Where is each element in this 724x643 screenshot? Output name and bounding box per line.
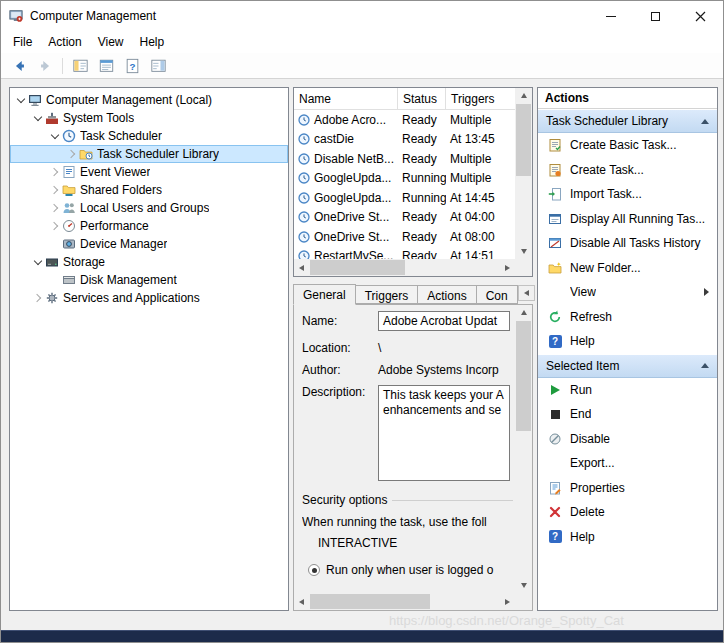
action-disable[interactable]: Disable [538,427,717,452]
tree-item-task-scheduler-library[interactable]: Task Scheduler Library [10,145,288,163]
close-icon [695,11,706,22]
arrow-left-icon [299,265,304,271]
scroll-down-button[interactable] [515,578,532,593]
menu-action[interactable]: Action [40,32,89,52]
chevron-down-icon[interactable] [33,112,45,124]
action-view[interactable]: View [538,280,717,305]
action-refresh[interactable]: Refresh [538,305,717,330]
table-row[interactable]: GoogleUpda... Running Multiple [294,169,515,189]
action-help-selected[interactable]: ? Help [538,525,717,550]
export-list-button[interactable] [94,55,118,77]
back-button[interactable] [7,55,31,77]
menu-view[interactable]: View [90,32,132,52]
show-action-pane-button[interactable] [146,55,170,77]
tab-conditions[interactable]: Con [476,285,518,304]
action-disable-all-tasks-history[interactable]: Disable All Tasks History [538,231,717,256]
close-button[interactable] [678,1,723,31]
end-icon [551,410,560,419]
chevron-right-icon[interactable] [50,220,62,232]
action-run[interactable]: Run [538,378,717,403]
horizontal-scrollbar[interactable] [294,259,515,276]
action-new-folder[interactable]: New Folder... [538,256,717,281]
section-header-selected-item[interactable]: Selected Item [538,354,717,378]
description-box[interactable]: This task keeps your A enhancements and … [378,385,510,481]
tree-item-device-manager[interactable]: Device Manager [10,235,288,253]
chevron-down-icon[interactable] [16,94,28,106]
tree-item-local-users-and-groups[interactable]: Local Users and Groups [10,199,288,217]
scroll-right-button[interactable] [500,259,515,276]
radio-run-logged-on[interactable]: Run only when user is logged o [308,563,513,577]
scrollbar-thumb[interactable] [310,260,405,275]
tree-item-computer-management[interactable]: Computer Management (Local) [10,91,288,109]
scroll-up-button[interactable] [515,88,532,103]
tree-item-disk-management[interactable]: Disk Management [10,271,288,289]
tree-item-task-scheduler[interactable]: Task Scheduler [10,127,288,145]
new-folder-icon [548,261,562,275]
action-display-all-running-tasks[interactable]: Display All Running Tas... [538,207,717,232]
maximize-button[interactable] [633,1,678,31]
tab-general[interactable]: General [293,284,356,305]
column-header-triggers[interactable]: Triggers [446,88,515,109]
chevron-right-icon[interactable] [50,166,62,178]
services-gear-icon [45,291,59,305]
tree-item-system-tools[interactable]: System Tools [10,109,288,127]
collapse-chevron-icon[interactable] [701,363,709,368]
scroll-right-button[interactable] [500,593,515,610]
tree-item-services-and-applications[interactable]: Services and Applications [10,289,288,307]
tree-item-event-viewer[interactable]: Event Viewer [10,163,288,181]
scroll-left-button[interactable] [294,593,309,610]
action-delete[interactable]: Delete [538,500,717,525]
task-list-body: Adobe Acro... Ready Multiple castDie Rea… [294,110,515,259]
chevron-down-icon[interactable] [33,256,45,268]
menu-file[interactable]: File [5,32,40,52]
action-import-task[interactable]: Import Task... [538,182,717,207]
help-button[interactable]: ? [120,55,144,77]
section-header-task-scheduler-library[interactable]: Task Scheduler Library [538,109,717,133]
tab-actions[interactable]: Actions [417,285,476,304]
table-row[interactable]: OneDrive St... Ready At 04:00 [294,208,515,228]
radio-button-icon[interactable] [308,564,320,576]
task-name-input[interactable]: Adobe Acrobat Updat [378,311,510,331]
action-properties[interactable]: Properties [538,476,717,501]
scroll-left-button[interactable] [294,259,309,276]
table-row[interactable]: RestartMySe... Ready At 14:51 [294,247,515,260]
chevron-right-icon[interactable] [33,292,45,304]
scroll-down-button[interactable] [515,244,532,259]
chevron-right-icon[interactable] [50,184,62,196]
column-header-status[interactable]: Status [398,88,446,109]
scroll-up-button[interactable] [515,305,532,320]
action-help[interactable]: ? Help [538,329,717,354]
action-end[interactable]: End [538,402,717,427]
minimize-button[interactable] [588,1,633,31]
toolbar-separator [62,58,63,74]
table-row[interactable]: GoogleUpda... Running At 14:45 [294,188,515,208]
table-row[interactable]: Disable NetB... Ready Multiple [294,149,515,169]
collapse-chevron-icon[interactable] [701,119,709,124]
tree-item-performance[interactable]: Performance [10,217,288,235]
action-create-basic-task[interactable]: Create Basic Task... [538,133,717,158]
action-create-task[interactable]: Create Task... [538,158,717,183]
action-export[interactable]: Export... [538,451,717,476]
tree-item-storage[interactable]: Storage [10,253,288,271]
event-viewer-icon [62,165,76,179]
chevron-right-icon[interactable] [67,148,79,160]
chevron-right-icon[interactable] [50,202,62,214]
show-console-tree-button[interactable] [68,55,92,77]
forward-button[interactable] [33,55,57,77]
scrollbar-thumb[interactable] [310,594,430,609]
horizontal-scrollbar[interactable] [294,593,515,610]
chevron-down-icon[interactable] [50,130,62,142]
table-row[interactable]: OneDrive St... Ready At 08:00 [294,227,515,247]
vertical-scrollbar[interactable] [515,88,532,259]
tab-triggers[interactable]: Triggers [355,285,419,304]
tree-item-shared-folders[interactable]: Shared Folders [10,181,288,199]
tab-scroll-left-button[interactable] [518,285,535,301]
column-header-name[interactable]: Name [294,88,398,109]
main-area: Computer Management (Local) System Tools… [1,79,723,632]
table-row[interactable]: castDie Ready At 13:45 [294,130,515,150]
menu-help[interactable]: Help [132,32,173,52]
scrollbar-thumb[interactable] [516,104,531,176]
vertical-scrollbar[interactable] [515,305,532,593]
table-row[interactable]: Adobe Acro... Ready Multiple [294,110,515,130]
scrollbar-thumb[interactable] [516,321,531,431]
